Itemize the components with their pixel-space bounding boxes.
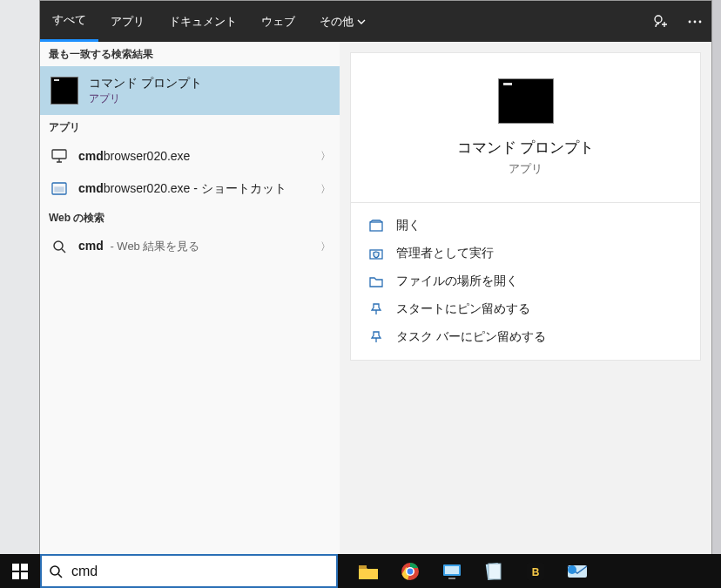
svg-rect-12 bbox=[12, 572, 19, 579]
tab-more[interactable]: その他 bbox=[307, 1, 378, 42]
tab-web[interactable]: ウェブ bbox=[249, 1, 307, 42]
shortcut-icon bbox=[51, 180, 68, 198]
cmd-prompt-large-icon bbox=[498, 78, 554, 124]
svg-rect-23 bbox=[489, 564, 501, 579]
search-input[interactable] bbox=[70, 563, 336, 580]
search-scope-tabs: すべて アプリ ドキュメント ウェブ その他 bbox=[40, 1, 711, 42]
chevron-right-icon: 〉 bbox=[320, 240, 331, 254]
svg-point-3 bbox=[699, 20, 702, 23]
taskbar-pinned-apps: B bbox=[345, 554, 589, 588]
search-icon bbox=[42, 564, 70, 578]
svg-rect-8 bbox=[370, 222, 382, 231]
action-label: タスク バーにピン留めする bbox=[396, 329, 546, 345]
mail-icon[interactable] bbox=[566, 560, 589, 583]
chevron-down-icon bbox=[357, 19, 366, 24]
tab-label: ウェブ bbox=[261, 14, 295, 30]
action-pin-to-start[interactable]: スタートにピン留めする bbox=[351, 295, 700, 323]
results-list: 最も一致する検索結果 コマンド プロンプト アプリ アプリ cmdbrowser… bbox=[40, 42, 340, 554]
app-result-row[interactable]: cmdbrowser020.exe - ショートカット 〉 bbox=[40, 172, 340, 206]
cmd-prompt-icon bbox=[51, 77, 78, 105]
preview-title: コマンド プロンプト bbox=[457, 138, 595, 158]
web-result-row[interactable]: cmd - Web 結果を見る 〉 bbox=[40, 230, 340, 263]
svg-text:B: B bbox=[532, 566, 540, 578]
file-explorer-icon[interactable] bbox=[357, 560, 380, 583]
action-label: スタートにピン留めする bbox=[396, 301, 530, 317]
svg-rect-13 bbox=[21, 572, 28, 579]
svg-rect-21 bbox=[448, 578, 455, 579]
app-result-label: cmdbrowser020.exe - ショートカット bbox=[78, 181, 286, 197]
svg-point-1 bbox=[689, 20, 691, 23]
best-match-title: コマンド プロンプト bbox=[89, 76, 202, 91]
notepad-icon[interactable] bbox=[482, 560, 505, 583]
web-result-label: cmd - Web 結果を見る bbox=[78, 239, 199, 254]
pin-icon bbox=[368, 329, 384, 345]
chrome-icon[interactable] bbox=[399, 560, 421, 583]
svg-rect-20 bbox=[445, 566, 459, 574]
search-icon bbox=[51, 238, 68, 255]
best-match-row[interactable]: コマンド プロンプト アプリ bbox=[40, 66, 340, 115]
app-icon-generic[interactable]: B bbox=[524, 560, 547, 583]
open-icon bbox=[368, 218, 384, 233]
monitor-icon bbox=[51, 147, 68, 165]
this-pc-icon[interactable] bbox=[441, 560, 463, 583]
svg-rect-15 bbox=[359, 565, 367, 569]
tab-label: その他 bbox=[320, 14, 354, 30]
taskbar-search-box[interactable] bbox=[40, 554, 338, 588]
section-header-web: Web の検索 bbox=[40, 206, 340, 230]
action-run-as-admin[interactable]: 管理者として実行 bbox=[351, 240, 700, 267]
tab-label: すべて bbox=[52, 12, 86, 28]
svg-point-7 bbox=[54, 241, 63, 250]
svg-rect-4 bbox=[52, 150, 66, 159]
tab-apps[interactable]: アプリ bbox=[98, 1, 157, 42]
action-label: ファイルの場所を開く bbox=[396, 274, 518, 289]
action-open[interactable]: 開く bbox=[351, 212, 700, 240]
tab-label: アプリ bbox=[111, 14, 145, 30]
app-result-row[interactable]: cmdbrowser020.exe 〉 bbox=[40, 139, 340, 172]
folder-icon bbox=[368, 274, 384, 289]
start-button[interactable] bbox=[0, 554, 40, 588]
action-label: 開く bbox=[396, 218, 421, 233]
section-header-apps: アプリ bbox=[40, 115, 340, 139]
preview-category: アプリ bbox=[509, 161, 542, 177]
tab-label: ドキュメント bbox=[169, 14, 237, 30]
svg-point-27 bbox=[568, 565, 576, 574]
search-results-panel: すべて アプリ ドキュメント ウェブ その他 最も一致する検索結 bbox=[39, 0, 712, 554]
chevron-right-icon: 〉 bbox=[320, 149, 331, 164]
left-edge-background bbox=[0, 0, 39, 554]
action-pin-to-taskbar[interactable]: タスク バーにピン留めする bbox=[351, 323, 700, 351]
tab-all[interactable]: すべて bbox=[40, 1, 98, 42]
action-open-file-location[interactable]: ファイルの場所を開く bbox=[351, 267, 700, 295]
pin-icon bbox=[368, 301, 384, 317]
preview-pane: コマンド プロンプト アプリ 開く 管理者として実行 bbox=[340, 42, 711, 554]
svg-point-2 bbox=[694, 20, 697, 23]
taskbar: B bbox=[0, 554, 721, 588]
action-label: 管理者として実行 bbox=[396, 246, 494, 261]
more-options-icon[interactable] bbox=[685, 12, 704, 31]
best-match-category: アプリ bbox=[89, 91, 202, 106]
svg-point-0 bbox=[655, 16, 662, 23]
svg-rect-10 bbox=[12, 564, 19, 571]
svg-point-18 bbox=[408, 568, 414, 574]
svg-point-14 bbox=[51, 566, 59, 575]
section-header-best-match: 最も一致する検索結果 bbox=[40, 42, 340, 66]
svg-rect-6 bbox=[55, 187, 64, 192]
tab-documents[interactable]: ドキュメント bbox=[157, 1, 249, 42]
preview-actions: 開く 管理者として実行 ファイルの場所を開く bbox=[351, 203, 700, 360]
app-result-label: cmdbrowser020.exe bbox=[78, 149, 190, 163]
admin-shield-icon bbox=[368, 246, 384, 261]
preview-card: コマンド プロンプト アプリ 開く 管理者として実行 bbox=[350, 52, 701, 361]
svg-rect-11 bbox=[21, 564, 28, 571]
feedback-icon[interactable] bbox=[650, 12, 670, 31]
chevron-right-icon: 〉 bbox=[320, 182, 331, 197]
